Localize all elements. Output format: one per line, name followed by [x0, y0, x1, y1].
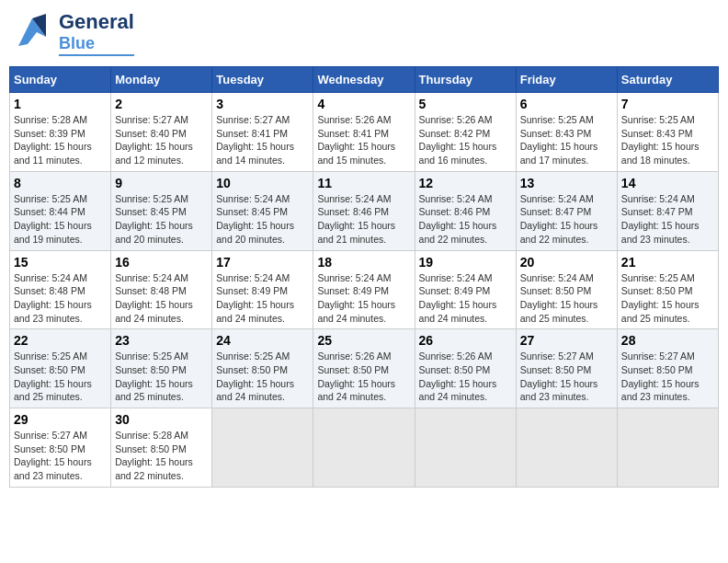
day-info: Sunrise: 5:24 AM Sunset: 8:49 PM Dayligh… — [419, 271, 512, 326]
day-number: 3 — [216, 97, 309, 111]
day-info: Sunrise: 5:24 AM Sunset: 8:50 PM Dayligh… — [520, 271, 613, 326]
day-info: Sunrise: 5:25 AM Sunset: 8:50 PM Dayligh… — [14, 350, 107, 404]
day-header-wednesday: Wednesday — [313, 67, 415, 93]
day-info: Sunrise: 5:24 AM Sunset: 8:48 PM Dayligh… — [115, 271, 208, 326]
day-info: Sunrise: 5:26 AM Sunset: 8:41 PM Dayligh… — [317, 113, 410, 167]
calendar-cell: 29Sunrise: 5:27 AM Sunset: 8:50 PM Dayli… — [10, 408, 111, 488]
day-number: 12 — [419, 176, 512, 190]
day-info: Sunrise: 5:25 AM Sunset: 8:43 PM Dayligh… — [621, 113, 714, 167]
day-number: 23 — [115, 333, 208, 348]
day-number: 9 — [115, 176, 208, 190]
day-number: 29 — [14, 412, 107, 427]
day-info: Sunrise: 5:27 AM Sunset: 8:40 PM Dayligh… — [115, 113, 208, 167]
calendar-cell: 30Sunrise: 5:28 AM Sunset: 8:50 PM Dayli… — [111, 408, 212, 488]
logo: General Blue — [9, 9, 134, 59]
day-info: Sunrise: 5:24 AM Sunset: 8:45 PM Dayligh… — [216, 192, 309, 247]
calendar-cell: 3Sunrise: 5:27 AM Sunset: 8:41 PM Daylig… — [212, 93, 313, 172]
logo-text: General Blue — [59, 12, 134, 56]
calendar-cell — [212, 408, 313, 488]
day-number: 21 — [621, 255, 714, 270]
day-header-thursday: Thursday — [415, 67, 516, 93]
calendar-cell — [617, 408, 718, 488]
day-number: 8 — [14, 176, 107, 190]
day-header-monday: Monday — [111, 67, 212, 93]
day-info: Sunrise: 5:26 AM Sunset: 8:50 PM Dayligh… — [317, 350, 410, 404]
calendar-cell: 14Sunrise: 5:24 AM Sunset: 8:47 PM Dayli… — [617, 171, 718, 250]
day-header-tuesday: Tuesday — [212, 67, 313, 93]
day-number: 16 — [115, 255, 208, 270]
calendar-table: SundayMondayTuesdayWednesdayThursdayFrid… — [9, 66, 719, 488]
calendar-cell: 1Sunrise: 5:28 AM Sunset: 8:39 PM Daylig… — [10, 93, 111, 172]
day-info: Sunrise: 5:28 AM Sunset: 8:50 PM Dayligh… — [115, 429, 208, 483]
day-info: Sunrise: 5:27 AM Sunset: 8:50 PM Dayligh… — [14, 429, 107, 483]
day-number: 6 — [520, 97, 613, 111]
day-number: 14 — [621, 176, 714, 190]
day-info: Sunrise: 5:25 AM Sunset: 8:50 PM Dayligh… — [621, 271, 714, 326]
day-number: 30 — [115, 412, 208, 427]
day-number: 26 — [419, 333, 512, 348]
calendar-cell: 2Sunrise: 5:27 AM Sunset: 8:40 PM Daylig… — [111, 93, 212, 172]
calendar-cell: 5Sunrise: 5:26 AM Sunset: 8:42 PM Daylig… — [415, 93, 516, 172]
calendar-cell: 12Sunrise: 5:24 AM Sunset: 8:46 PM Dayli… — [415, 171, 516, 250]
day-info: Sunrise: 5:24 AM Sunset: 8:46 PM Dayligh… — [419, 192, 512, 247]
day-number: 19 — [419, 255, 512, 270]
day-info: Sunrise: 5:24 AM Sunset: 8:47 PM Dayligh… — [520, 192, 613, 247]
day-info: Sunrise: 5:26 AM Sunset: 8:50 PM Dayligh… — [419, 350, 512, 404]
day-number: 2 — [115, 97, 208, 111]
day-header-saturday: Saturday — [617, 67, 718, 93]
day-info: Sunrise: 5:24 AM Sunset: 8:46 PM Dayligh… — [317, 192, 410, 247]
week-row-3: 15Sunrise: 5:24 AM Sunset: 8:48 PM Dayli… — [10, 250, 719, 329]
day-header-sunday: Sunday — [10, 67, 111, 93]
day-number: 24 — [216, 333, 309, 348]
day-number: 25 — [317, 333, 410, 348]
day-number: 5 — [419, 97, 512, 111]
page-header: General Blue — [9, 9, 719, 59]
calendar-cell: 19Sunrise: 5:24 AM Sunset: 8:49 PM Dayli… — [415, 250, 516, 329]
week-row-5: 29Sunrise: 5:27 AM Sunset: 8:50 PM Dayli… — [10, 408, 719, 488]
calendar-cell: 24Sunrise: 5:25 AM Sunset: 8:50 PM Dayli… — [212, 329, 313, 408]
calendar-cell: 17Sunrise: 5:24 AM Sunset: 8:49 PM Dayli… — [212, 250, 313, 329]
day-number: 1 — [14, 97, 107, 111]
week-row-1: 1Sunrise: 5:28 AM Sunset: 8:39 PM Daylig… — [10, 93, 719, 172]
calendar-cell — [516, 408, 617, 488]
calendar-cell — [415, 408, 516, 488]
day-number: 7 — [621, 97, 714, 111]
calendar-cell — [313, 408, 415, 488]
calendar-cell: 16Sunrise: 5:24 AM Sunset: 8:48 PM Dayli… — [111, 250, 212, 329]
day-info: Sunrise: 5:25 AM Sunset: 8:50 PM Dayligh… — [115, 350, 208, 404]
day-number: 27 — [520, 333, 613, 348]
day-number: 18 — [317, 255, 410, 270]
calendar-cell: 7Sunrise: 5:25 AM Sunset: 8:43 PM Daylig… — [617, 93, 718, 172]
day-number: 15 — [14, 255, 107, 270]
calendar-cell: 20Sunrise: 5:24 AM Sunset: 8:50 PM Dayli… — [516, 250, 617, 329]
calendar-cell: 28Sunrise: 5:27 AM Sunset: 8:50 PM Dayli… — [617, 329, 718, 408]
day-info: Sunrise: 5:24 AM Sunset: 8:47 PM Dayligh… — [621, 192, 714, 247]
day-number: 13 — [520, 176, 613, 190]
day-info: Sunrise: 5:27 AM Sunset: 8:41 PM Dayligh… — [216, 113, 309, 167]
calendar-cell: 13Sunrise: 5:24 AM Sunset: 8:47 PM Dayli… — [516, 171, 617, 250]
day-number: 4 — [317, 97, 410, 111]
day-info: Sunrise: 5:24 AM Sunset: 8:49 PM Dayligh… — [317, 271, 410, 326]
day-info: Sunrise: 5:27 AM Sunset: 8:50 PM Dayligh… — [520, 350, 613, 404]
day-info: Sunrise: 5:26 AM Sunset: 8:42 PM Dayligh… — [419, 113, 512, 167]
day-info: Sunrise: 5:25 AM Sunset: 8:50 PM Dayligh… — [216, 350, 309, 404]
calendar-cell: 23Sunrise: 5:25 AM Sunset: 8:50 PM Dayli… — [111, 329, 212, 408]
calendar-cell: 18Sunrise: 5:24 AM Sunset: 8:49 PM Dayli… — [313, 250, 415, 329]
calendar-cell: 21Sunrise: 5:25 AM Sunset: 8:50 PM Dayli… — [617, 250, 718, 329]
day-number: 28 — [621, 333, 714, 348]
day-info: Sunrise: 5:25 AM Sunset: 8:45 PM Dayligh… — [115, 192, 208, 247]
calendar-header-row: SundayMondayTuesdayWednesdayThursdayFrid… — [10, 67, 719, 93]
day-number: 11 — [317, 176, 410, 190]
day-number: 10 — [216, 176, 309, 190]
day-info: Sunrise: 5:24 AM Sunset: 8:48 PM Dayligh… — [14, 271, 107, 326]
day-number: 20 — [520, 255, 613, 270]
calendar-cell: 15Sunrise: 5:24 AM Sunset: 8:48 PM Dayli… — [10, 250, 111, 329]
day-info: Sunrise: 5:25 AM Sunset: 8:43 PM Dayligh… — [520, 113, 613, 167]
calendar-cell: 9Sunrise: 5:25 AM Sunset: 8:45 PM Daylig… — [111, 171, 212, 250]
calendar-cell: 27Sunrise: 5:27 AM Sunset: 8:50 PM Dayli… — [516, 329, 617, 408]
calendar-cell: 26Sunrise: 5:26 AM Sunset: 8:50 PM Dayli… — [415, 329, 516, 408]
calendar-cell: 11Sunrise: 5:24 AM Sunset: 8:46 PM Dayli… — [313, 171, 415, 250]
week-row-4: 22Sunrise: 5:25 AM Sunset: 8:50 PM Dayli… — [10, 329, 719, 408]
calendar-cell: 4Sunrise: 5:26 AM Sunset: 8:41 PM Daylig… — [313, 93, 415, 172]
day-info: Sunrise: 5:27 AM Sunset: 8:50 PM Dayligh… — [621, 350, 714, 404]
